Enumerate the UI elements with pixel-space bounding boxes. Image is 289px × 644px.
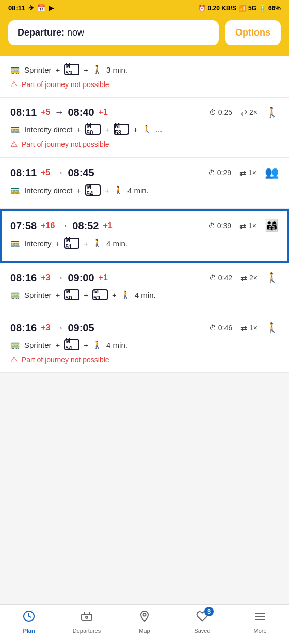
journey-meta-2: ⏱ 0:29 ⇄ 1× 👥 [208,166,279,179]
transfers-text-3: 1× [248,222,256,230]
journey-times-2: 08:11+5 → 08:45 [10,167,94,179]
occupancy-icon-1: 🚶 [266,106,279,118]
walk-time-1: ... [156,125,163,134]
walk-icon-1: 🚶 [142,125,152,134]
departure-selector[interactable]: Departure: now [8,20,219,45]
depart-time-2: 08:11 [10,167,37,179]
arrive-time-2: 08:45 [68,167,94,179]
walk-time-4: 4 min. [135,291,156,299]
youtube-icon: ▶ [49,4,54,12]
journey-list: 🚃 Sprinter + M 53 + 🚶 3 min. ⚠ Part of j… [0,56,289,373]
metro-badge-2: M 54 [85,184,101,196]
transfers-3: ⇄ 1× [239,221,256,231]
duration-3: ⏱ 0:39 [208,222,231,230]
metro-badge-4b: M 53 [92,289,108,300]
options-button[interactable]: Options [225,20,281,45]
clock-icon-5: ⏱ [209,324,216,332]
depart-delay-1: +5 [41,108,50,117]
arrive-delay-4: +1 [99,273,108,282]
warning-text-1: Part of journey not possible [22,140,109,148]
train-icon: 🚃 [10,65,20,74]
transfers-5: ⇄ 1× [240,323,258,333]
transfers-1: ⇄ 2× [240,108,258,117]
transfers-text-4: 2× [249,274,258,282]
arrive-delay-1: +1 [99,108,108,117]
nav-saved[interactable]: 3 Saved [188,610,217,634]
journey-header-4: 08:16+3 → 09:00+1 ⏱ 0:42 ⇄ 2× 🚶 [10,272,279,284]
depart-delay-2: +5 [41,168,50,177]
depart-delay-3: +16 [41,221,55,230]
train-type-5: Sprinter [24,341,52,349]
signal-icon: 📶 [238,5,246,12]
nav-map[interactable]: Map [130,610,159,634]
header: Departure: now Options [0,15,289,56]
departures-icon [81,610,93,625]
journey-card-3[interactable]: 07:58+16 → 08:52+1 ⏱ 0:39 ⇄ 1× 👨‍👩‍👧 🚃 I… [0,209,289,263]
nav-more[interactable]: More [246,610,275,634]
transfer-icon-4: ⇄ [240,273,247,283]
journey-route-3: 🚃 Intercity + M 51 + 🚶 4 min. [10,238,279,249]
journey-card-1[interactable]: 08:11+5 → 08:40+1 ⏱ 0:25 ⇄ 2× 🚶 🚃 Interc… [0,98,289,158]
transfer-icon-1: ⇄ [240,108,247,117]
walk-icon-4: 🚶 [121,290,131,299]
journey-header-3: 07:58+16 → 08:52+1 ⏱ 0:39 ⇄ 1× 👨‍👩‍👧 [10,219,279,232]
nav-departures[interactable]: Departures [72,610,101,634]
journey-header-5: 08:16+3 → 09:05 ⏱ 0:46 ⇄ 1× 🚶 [10,321,279,334]
occupancy-icon-2: 👥 [265,166,279,179]
transfers-2: ⇄ 1× [239,168,256,178]
journey-meta-5: ⏱ 0:46 ⇄ 1× 🚶 [209,321,279,334]
journey-times-5: 08:16+3 → 09:05 [10,322,94,334]
occupancy-icon-4: 🚶 [266,272,279,284]
journey-card-4[interactable]: 08:16+3 → 09:00+1 ⏱ 0:42 ⇄ 2× 🚶 🚃 Sprint… [0,263,289,313]
more-icon [254,610,266,625]
journey-route-4: 🚃 Sprinter + M 50 + M 53 + 🚶 4 min. [10,289,279,300]
nav-plan-label: Plan [23,628,35,634]
nav-map-label: Map [139,628,150,634]
walk-icon: 🚶 [92,65,102,74]
metro-badge-3: M 51 [64,238,79,249]
status-time: 08:11 [8,4,25,12]
duration-text-5: 0:46 [218,324,232,332]
warning-5: ⚠ Part of journey not possible [10,354,279,364]
journey-card-partial[interactable]: 🚃 Sprinter + M 53 + 🚶 3 min. ⚠ Part of j… [0,56,289,98]
status-left: 08:11 ✈ 📅 ▶ [8,4,54,12]
bottom-nav: Plan Departures Map 3 Save [0,604,289,644]
warning-1: ⚠ Part of journey not possible [10,139,279,149]
transfers-text-2: 1× [248,168,256,177]
journey-route-1: 🚃 Intercity direct + M 50 + M 53 + 🚶 ... [10,124,279,135]
status-right: ⏰ 0.20 KB/S 📶 5G 🔋 66% [198,5,281,12]
train-type-4: Sprinter [24,291,52,299]
metro-badge-1b: M 53 [114,124,129,135]
train-type-1: Intercity direct [24,125,72,134]
clock-icon-4: ⏱ [209,274,216,282]
journey-card-5[interactable]: 08:16+3 → 09:05 ⏱ 0:46 ⇄ 1× 🚶 🚃 Sprinter… [0,313,289,373]
clock-icon-3: ⏱ [208,222,215,230]
transfer-icon-2: ⇄ [239,168,246,178]
svg-point-4 [86,616,88,618]
warning-icon-5: ⚠ [10,354,18,364]
journey-meta-1: ⏱ 0:25 ⇄ 2× 🚶 [209,106,279,118]
nav-plan[interactable]: Plan [14,610,43,634]
network-type: 5G [248,5,256,12]
train-icon-2: 🚃 [10,185,20,195]
train-type-3: Intercity [24,239,52,248]
clock-icon-2: ⏱ [208,168,215,177]
nav-more-label: More [253,628,266,634]
journey-times-3: 07:58+16 → 08:52+1 [10,220,113,232]
duration-2: ⏱ 0:29 [208,168,231,177]
walk-time-partial: 3 min. [106,65,127,74]
journey-header-2: 08:11+5 → 08:45 ⏱ 0:29 ⇄ 1× 👥 [10,166,279,179]
warning-text-5: Part of journey not possible [22,355,109,364]
arrive-time-3: 08:52 [72,220,99,232]
depart-delay-5: +3 [41,323,50,332]
journey-meta-4: ⏱ 0:42 ⇄ 2× 🚶 [209,272,279,284]
arrive-delay-3: +1 [103,221,112,230]
duration-text-2: 0:29 [217,168,231,177]
depart-time-5: 08:16 [10,322,37,334]
metro-badge-4a: M 50 [64,289,79,300]
duration-text-1: 0:25 [218,108,232,116]
arrive-time-1: 08:40 [68,107,94,118]
journey-card-2[interactable]: 08:11+5 → 08:45 ⏱ 0:29 ⇄ 1× 👥 🚃 Intercit… [0,158,289,209]
battery-percent: 66% [268,5,281,12]
depart-time-4: 08:16 [10,272,37,284]
